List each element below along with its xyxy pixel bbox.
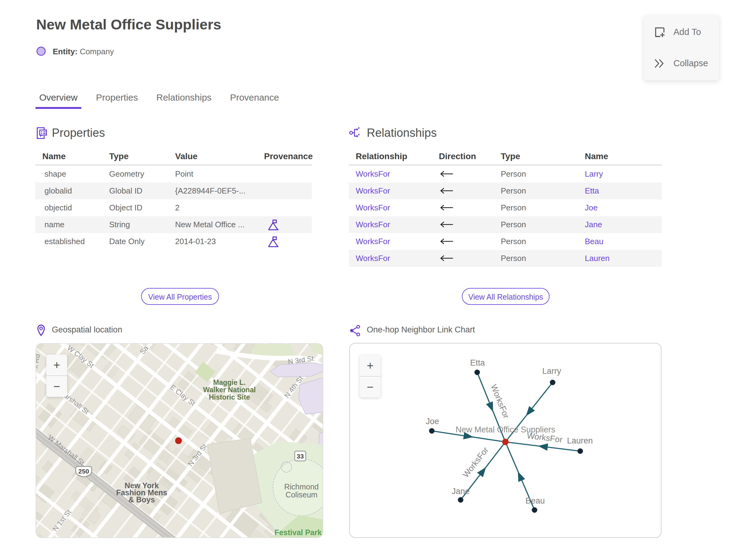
svg-text:New Metal Office Suppliers: New Metal Office Suppliers <box>455 425 555 434</box>
svg-text:WorksFor: WorksFor <box>489 383 511 420</box>
svg-text:Jane: Jane <box>452 487 470 496</box>
svg-text:Historic Site: Historic Site <box>209 393 250 401</box>
svg-text:Coliseum: Coliseum <box>286 490 317 499</box>
svg-text:Festival Park: Festival Park <box>274 528 322 537</box>
svg-text:WorksFor: WorksFor <box>461 445 490 479</box>
svg-text:Etta: Etta <box>470 358 485 367</box>
svg-text:Larry: Larry <box>542 366 561 376</box>
svg-text:Beau: Beau <box>525 496 545 505</box>
svg-text:Walker National: Walker National <box>203 386 256 394</box>
svg-text:250: 250 <box>78 468 89 475</box>
svg-text:& Boys: & Boys <box>128 495 155 504</box>
svg-text:Lauren: Lauren <box>567 436 593 445</box>
svg-text:Richmond: Richmond <box>284 482 319 491</box>
svg-text:Joe: Joe <box>426 417 439 426</box>
svg-text:Maggie L.: Maggie L. <box>213 378 246 386</box>
svg-text:33: 33 <box>297 453 304 460</box>
